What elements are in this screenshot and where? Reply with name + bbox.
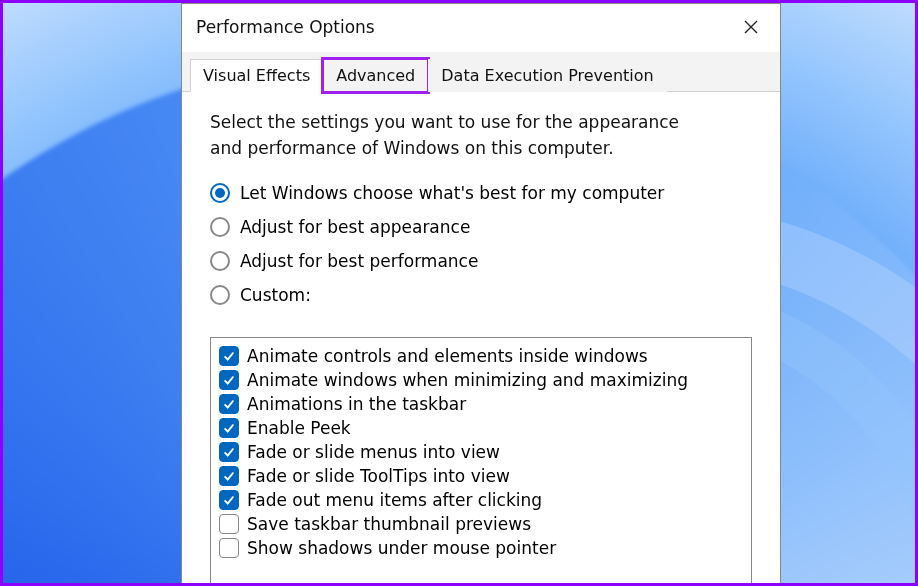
tab-visual-effects[interactable]: Visual Effects	[190, 59, 323, 92]
checkbox-icon	[219, 514, 239, 534]
checkbox-icon	[219, 490, 239, 510]
radio-label: Let Windows choose what's best for my co…	[240, 183, 664, 203]
checkbox-icon	[219, 370, 239, 390]
check-option[interactable]: Animations in the taskbar	[219, 392, 743, 416]
check-label: Fade or slide menus into view	[247, 442, 500, 462]
check-option[interactable]: Animate controls and elements inside win…	[219, 344, 743, 368]
radio-icon	[210, 251, 230, 271]
checkbox-icon	[219, 538, 239, 558]
check-option[interactable]: Animate windows when minimizing and maxi…	[219, 368, 743, 392]
tab-advanced[interactable]: Advanced	[323, 59, 428, 92]
radio-option[interactable]: Adjust for best appearance	[210, 217, 752, 237]
radio-label: Adjust for best performance	[240, 251, 478, 271]
check-label: Fade out menu items after clicking	[247, 490, 542, 510]
radio-label: Adjust for best appearance	[240, 217, 470, 237]
radio-icon	[210, 285, 230, 305]
tab-strip: Visual EffectsAdvancedData Execution Pre…	[182, 52, 780, 92]
check-label: Animate controls and elements inside win…	[247, 346, 648, 366]
check-label: Show shadows under mouse pointer	[247, 538, 556, 558]
checkbox-icon	[219, 394, 239, 414]
check-label: Enable Peek	[247, 418, 351, 438]
check-label: Animations in the taskbar	[247, 394, 466, 414]
checkbox-icon	[219, 442, 239, 462]
check-option[interactable]: Fade or slide menus into view	[219, 440, 743, 464]
check-option[interactable]: Save taskbar thumbnail previews	[219, 512, 743, 536]
check-option[interactable]: Fade or slide ToolTips into view	[219, 464, 743, 488]
radio-option[interactable]: Let Windows choose what's best for my co…	[210, 183, 752, 203]
radio-group: Let Windows choose what's best for my co…	[210, 183, 752, 319]
radio-option[interactable]: Adjust for best performance	[210, 251, 752, 271]
radio-icon	[210, 183, 230, 203]
dialog-content: Select the settings you want to use for …	[182, 92, 780, 586]
dialog-title: Performance Options	[196, 17, 375, 37]
radio-icon	[210, 217, 230, 237]
performance-options-dialog: Performance Options Visual EffectsAdvanc…	[181, 3, 781, 586]
checkbox-icon	[219, 418, 239, 438]
titlebar: Performance Options	[182, 4, 780, 52]
check-option[interactable]: Fade out menu items after clicking	[219, 488, 743, 512]
check-label: Fade or slide ToolTips into view	[247, 466, 510, 486]
check-option[interactable]: Enable Peek	[219, 416, 743, 440]
checkbox-icon	[219, 346, 239, 366]
description-text: Select the settings you want to use for …	[210, 110, 690, 161]
radio-label: Custom:	[240, 285, 311, 305]
tab-data-execution-prevention[interactable]: Data Execution Prevention	[428, 59, 666, 92]
close-button[interactable]	[736, 12, 766, 42]
check-option[interactable]: Show shadows under mouse pointer	[219, 536, 743, 560]
check-label: Animate windows when minimizing and maxi…	[247, 370, 688, 390]
check-label: Save taskbar thumbnail previews	[247, 514, 531, 534]
close-icon	[743, 19, 759, 35]
effects-checklist: Animate controls and elements inside win…	[210, 337, 752, 586]
checkbox-icon	[219, 466, 239, 486]
radio-option[interactable]: Custom:	[210, 285, 752, 305]
